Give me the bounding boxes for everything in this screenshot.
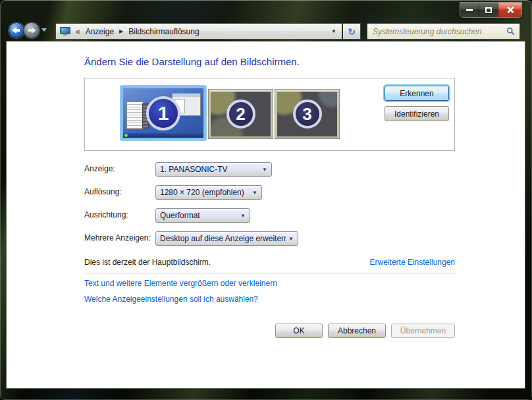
monitor-1-screen: 1	[123, 88, 203, 138]
monitor-3-screen: 3	[277, 92, 337, 136]
mini-taskbar	[123, 133, 203, 138]
window-controls	[460, 3, 521, 17]
which-settings-help-link[interactable]: Welche Anzeigeeinstellungen soll ich aus…	[84, 295, 258, 304]
orientation-select[interactable]: Querformat ▼	[155, 208, 250, 223]
page-title: Ändern Sie die Darstellung auf den Bilds…	[84, 56, 300, 67]
refresh-icon: ↻	[348, 26, 356, 37]
forward-button[interactable]	[24, 22, 40, 38]
back-arrow-bar	[16, 29, 20, 32]
multiple-displays-label: Mehrere Anzeigen:	[84, 233, 151, 243]
identify-button[interactable]: Identifizieren	[385, 106, 449, 121]
resolution-select-value: 1280 × 720 (empfohlen)	[156, 188, 250, 197]
search-input[interactable]	[367, 24, 506, 39]
monitor-2-number-badge: 2	[226, 100, 255, 129]
cancel-button[interactable]: Abbrechen	[328, 324, 386, 338]
breadcrumb-overflow-chevrons[interactable]: «	[76, 27, 80, 36]
display-select-value: 1. PANASONIC-TV	[156, 165, 259, 174]
search-box	[367, 23, 520, 40]
close-icon	[506, 6, 514, 14]
resolution-select[interactable]: 1280 × 720 (empfohlen) ▼	[155, 185, 262, 200]
back-arrow-icon	[9, 27, 16, 34]
navigation-bar: « Anzeige ▶ Bildschirmauflösung ▼ ↻	[0, 18, 532, 42]
resolution-label: Auflösung:	[84, 187, 122, 196]
breadcrumb-item-anzeige[interactable]: Anzeige	[84, 27, 116, 36]
chevron-down-icon: ▼	[250, 190, 261, 196]
maximize-button[interactable]	[479, 3, 498, 17]
orientation-select-value: Querformat	[156, 211, 238, 220]
monitor-1[interactable]: 1	[120, 86, 206, 140]
monitor-preview-box: 1 2 3 Erkennen Identifizieren	[84, 78, 455, 151]
monitor-1-number-badge: 1	[146, 96, 180, 130]
maximize-icon	[485, 7, 492, 13]
close-button[interactable]	[498, 3, 521, 17]
mini-start-orb-icon	[124, 134, 128, 137]
main-display-note: Dies ist derzeit der Hauptbildschirm.	[84, 258, 211, 267]
forward-arrow-icon	[32, 27, 40, 34]
monitor-3[interactable]: 3	[275, 90, 339, 138]
breadcrumb: « Anzeige ▶ Bildschirmauflösung ▼	[55, 23, 342, 40]
monitor-3-number-badge: 3	[293, 100, 322, 129]
breadcrumb-item-bildschirmaufloesung[interactable]: Bildschirmauflösung	[126, 27, 201, 36]
refresh-button[interactable]: ↻	[343, 23, 361, 40]
monitor-2-screen: 2	[211, 92, 271, 136]
monitor-2[interactable]: 2	[209, 90, 273, 138]
chevron-down-icon: ▼	[259, 167, 271, 173]
divider	[84, 273, 455, 273]
make-text-larger-link[interactable]: Text und weitere Elemente vergrößern ode…	[84, 279, 277, 288]
chevron-down-icon: ▼	[286, 236, 298, 242]
display-label: Anzeige:	[84, 164, 115, 173]
apply-button: Übernehmen	[391, 324, 455, 338]
breadcrumb-dropdown-icon[interactable]: ▼	[331, 28, 336, 34]
multiple-displays-select-value: Desktop auf diese Anzeige erweitern	[156, 234, 286, 243]
mini-window-left	[126, 101, 144, 129]
display-select[interactable]: 1. PANASONIC-TV ▼	[155, 162, 272, 177]
back-button[interactable]	[9, 22, 24, 38]
advanced-settings-link[interactable]: Erweiterte Einstellungen	[370, 258, 455, 267]
recent-pages-chevron-icon[interactable]	[41, 28, 47, 32]
client-area: Ändern Sie die Darstellung auf den Bilds…	[7, 42, 525, 388]
minimize-button[interactable]	[460, 3, 479, 17]
search-icon[interactable]	[506, 27, 515, 36]
window-frame: « Anzeige ▶ Bildschirmauflösung ▼ ↻ Ände…	[0, 0, 532, 400]
multiple-displays-select[interactable]: Desktop auf diese Anzeige erweitern ▼	[155, 231, 298, 246]
breadcrumb-separator-icon[interactable]: ▶	[119, 28, 123, 34]
detect-button[interactable]: Erkennen	[385, 86, 449, 101]
ok-button[interactable]: OK	[275, 324, 323, 338]
chevron-down-icon: ▼	[238, 213, 250, 219]
minimize-icon	[466, 9, 473, 11]
display-icon	[60, 27, 70, 36]
orientation-label: Ausrichtung:	[84, 210, 128, 219]
wallpaper-blob	[317, 92, 337, 109]
